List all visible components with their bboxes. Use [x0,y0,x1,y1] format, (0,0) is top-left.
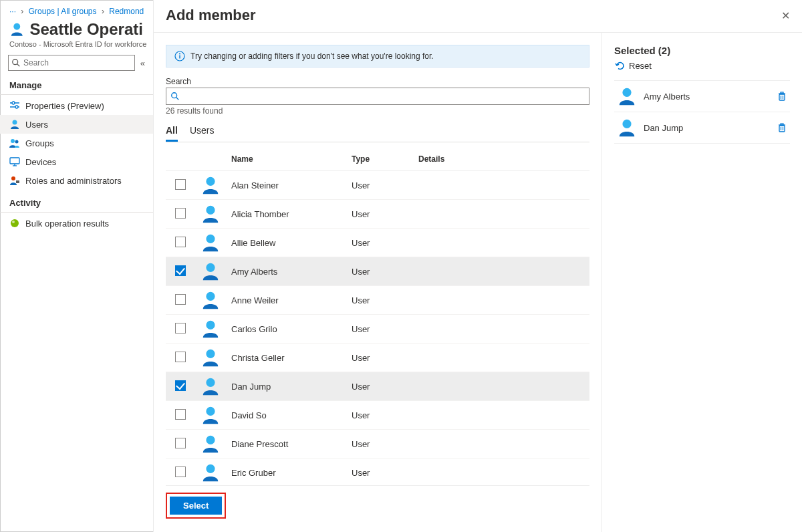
page-subtitle: Contoso - Microsoft Entra ID for workfor… [0,40,153,55]
table-row[interactable]: Dan JumpUser [166,372,589,401]
trash-icon[interactable] [777,91,787,102]
reset-label: Reset [629,61,652,71]
info-bar: Try changing or adding filters if you do… [166,45,589,68]
member-search-input[interactable] [182,92,585,101]
person-icon [200,175,221,195]
person-icon [617,86,637,106]
row-type: User [346,372,413,401]
search-label: Search [166,77,589,86]
person-icon [200,319,221,339]
row-checkbox[interactable] [175,380,186,391]
info-icon [174,51,185,61]
row-name: David So [226,401,346,430]
selected-item: Amy Alberts [614,80,790,112]
row-checkbox[interactable] [175,438,186,448]
column-details: Details [413,149,589,171]
row-name: Christa Geller [226,344,346,372]
column-type: Type [346,149,413,171]
tab-users[interactable]: Users [190,125,215,142]
breadcrumb-path2[interactable]: Redmond [109,7,144,16]
table-row[interactable]: Eric GruberUser [166,458,589,486]
row-name: Carlos Grilo [226,315,346,344]
select-button[interactable]: Select [170,497,222,515]
person-icon [200,462,221,483]
collapse-sidebar-icon[interactable]: « [140,58,145,68]
search-icon [11,58,21,68]
sidebar-item-label: Users [25,120,48,130]
person-icon [200,261,221,281]
row-type: User [346,171,413,200]
result-tabs: All Users [166,125,589,142]
monitor-icon [9,156,20,167]
selected-heading: Selected (2) [614,45,790,56]
breadcrumb-groups[interactable]: Groups | All groups [29,7,97,16]
table-row[interactable]: Allie BellewUser [166,229,589,257]
table-row[interactable]: Amy AlbertsUser [166,257,589,286]
sidebar-item-properties[interactable]: Properties (Preview) [0,96,153,115]
column-name: Name [226,149,346,171]
person-icon [200,434,221,454]
row-name: Dan Jump [226,372,346,401]
row-type: User [346,458,413,486]
breadcrumb: ··· › Groups | All groups › Redmond [0,5,153,19]
section-activity: Activity [0,195,153,209]
row-type: User [346,286,413,315]
table-row[interactable]: Diane PrescottUser [166,430,589,458]
tab-all[interactable]: All [166,125,178,142]
results-table: Name Type Details Alan SteinerUserAlicia… [166,149,589,485]
selected-item: Dan Jump [614,112,790,144]
row-checkbox[interactable] [175,179,186,190]
sidebar-item-users[interactable]: Users [0,115,153,134]
admin-icon [9,175,20,186]
table-row[interactable]: Alicia ThomberUser [166,200,589,229]
sidebar-item-label: Bulk operation results [25,219,109,229]
sidebar-item-label: Groups [25,138,54,148]
sidebar-item-bulk[interactable]: Bulk operation results [0,214,153,233]
table-row[interactable]: Carlos GriloUser [166,315,589,344]
person-icon [9,119,20,130]
table-row[interactable]: Christa GellerUser [166,344,589,372]
row-type: User [346,344,413,372]
sidebar-item-devices[interactable]: Devices [0,152,153,171]
sidebar-search[interactable] [8,55,135,71]
row-name: Alan Steiner [226,171,346,200]
search-icon [170,92,180,101]
person-icon [200,233,221,253]
page-title: Seattle Operations [30,20,144,39]
row-checkbox[interactable] [175,323,186,334]
sidebar-item-roles[interactable]: Roles and administrators [0,171,153,190]
sidebar-search-input[interactable] [23,58,132,68]
table-row[interactable]: Alan SteinerUser [166,171,589,200]
trash-icon[interactable] [777,122,787,133]
results-scroll[interactable]: Name Type Details Alan SteinerUserAlicia… [166,149,589,485]
group-icon [9,20,25,39]
add-member-blade: Add member ✕ Try changing or adding filt… [154,0,802,532]
undo-icon [614,60,625,71]
row-checkbox[interactable] [175,409,186,420]
row-type: User [346,430,413,458]
row-name: Diane Prescott [226,430,346,458]
row-checkbox[interactable] [175,294,186,305]
row-checkbox[interactable] [175,467,186,477]
person-icon [200,204,221,224]
selected-name: Dan Jump [644,123,777,133]
breadcrumb-ellipsis[interactable]: ··· [9,7,16,16]
table-row[interactable]: David SoUser [166,401,589,430]
row-checkbox[interactable] [175,265,186,276]
selected-name: Amy Alberts [644,92,777,102]
sidebar-item-groups[interactable]: Groups [0,134,153,152]
row-checkbox[interactable] [175,352,186,362]
result-count: 26 results found [166,106,589,116]
row-checkbox[interactable] [175,237,186,247]
reset-button[interactable]: Reset [614,60,790,71]
row-name: Eric Gruber [226,458,346,486]
row-type: User [346,257,413,286]
table-row[interactable]: Anne WeilerUser [166,286,589,315]
row-name: Allie Bellew [226,229,346,257]
row-checkbox[interactable] [175,208,186,219]
member-search[interactable] [166,88,589,105]
close-icon[interactable]: ✕ [781,9,790,22]
row-type: User [346,229,413,257]
blade-title: Add member [166,7,255,24]
person-icon [200,290,221,310]
